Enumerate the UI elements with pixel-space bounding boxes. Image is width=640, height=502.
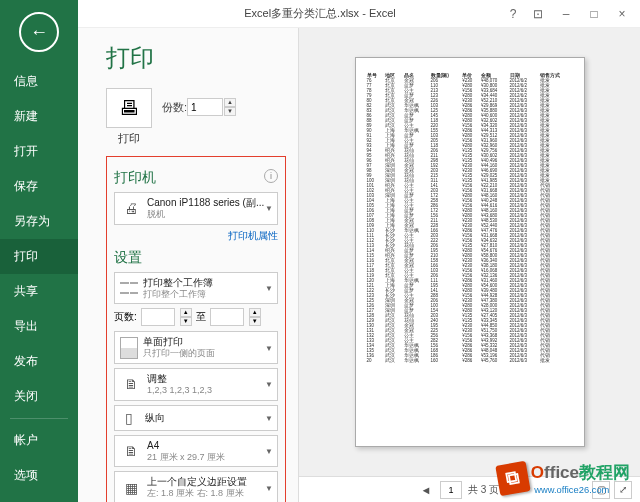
printer-select[interactable]: 🖨 Canon iP1188 series (副... 脱机 ▼ <box>114 192 278 225</box>
current-page-input[interactable] <box>440 481 462 499</box>
office-logo-icon: ⧉ <box>496 460 531 495</box>
page-from-down[interactable]: ▼ <box>180 317 192 326</box>
minimize-icon[interactable]: – <box>552 4 580 24</box>
pages-label: 页数: <box>114 310 137 324</box>
preview-page: 单号地区品名数量(辆)单价金额日期销售方式76北京金冠206¥230¥48,07… <box>355 57 585 447</box>
sidebar: ← 信息新建打开保存另存为打印共享导出发布关闭 帐户选项 <box>0 0 78 502</box>
sidebar-item-选项[interactable]: 选项 <box>0 458 78 493</box>
sidebar-item-打开[interactable]: 打开 <box>0 134 78 169</box>
workbook-icon <box>120 279 138 297</box>
sidebar-item-信息[interactable]: 信息 <box>0 64 78 99</box>
print-button[interactable]: 🖶 <box>106 88 152 128</box>
chevron-down-icon: ▼ <box>265 204 273 213</box>
duplex-select[interactable]: 单面打印只打印一侧的页面 ▼ <box>114 331 278 364</box>
sidebar-item-保存[interactable]: 保存 <box>0 169 78 204</box>
watermark: ⧉ Office教程网 www.office26.com <box>491 458 637 502</box>
page-to-input[interactable] <box>210 308 244 326</box>
printer-properties-link[interactable]: 打印机属性 <box>114 229 278 243</box>
chevron-down-icon: ▼ <box>265 284 273 293</box>
copies-input[interactable] <box>187 98 223 116</box>
page-to-up[interactable]: ▲ <box>249 308 261 317</box>
sidebar-item-另存为[interactable]: 另存为 <box>0 204 78 239</box>
printer-name: Canon iP1188 series (副... <box>147 196 272 209</box>
settings-section-header: 设置 <box>114 249 278 267</box>
margins-icon: ▦ <box>120 477 142 499</box>
page-sides-icon <box>120 337 138 359</box>
prev-page-button[interactable]: ◄ <box>418 482 434 498</box>
window-options-icon[interactable]: ⊡ <box>524 4 552 24</box>
info-icon[interactable]: i <box>264 169 278 183</box>
copies-up[interactable]: ▲ <box>224 98 236 107</box>
collate-icon: 🗎 <box>120 373 142 395</box>
printer-device-icon: 🖨 <box>120 197 142 219</box>
chevron-down-icon: ▼ <box>265 483 273 492</box>
chevron-down-icon: ▼ <box>265 343 273 352</box>
page-title: 打印 <box>106 42 286 74</box>
paper-size-select[interactable]: 🗎 A421 厘米 x 29.7 厘米 ▼ <box>114 435 278 468</box>
sidebar-item-发布[interactable]: 发布 <box>0 344 78 379</box>
printer-section-header: 打印机 <box>114 169 156 185</box>
copies-down[interactable]: ▼ <box>224 107 236 116</box>
print-button-label: 打印 <box>106 131 152 146</box>
chevron-down-icon: ▼ <box>265 447 273 456</box>
printer-status: 脱机 <box>147 209 272 221</box>
maximize-icon[interactable]: □ <box>580 4 608 24</box>
titlebar: Excel多重分类汇总.xlsx - Excel ? ⊡ – □ × <box>0 0 640 28</box>
highlight-box: 打印机i 🖨 Canon iP1188 series (副... 脱机 ▼ 打印… <box>106 156 286 502</box>
settings-pane: 打印 🖶 打印 份数: ▲ ▼ 打印机i 🖨 Canon iP1188 seri… <box>78 28 298 502</box>
sidebar-item-帐户[interactable]: 帐户 <box>0 423 78 458</box>
back-button[interactable]: ← <box>19 12 59 52</box>
orientation-select[interactable]: ▯ 纵向 ▼ <box>114 405 278 431</box>
chevron-down-icon: ▼ <box>265 413 273 422</box>
sidebar-item-新建[interactable]: 新建 <box>0 99 78 134</box>
window-title: Excel多重分类汇总.xlsx - Excel <box>244 6 396 21</box>
help-icon[interactable]: ? <box>502 4 524 24</box>
copies-label: 份数: <box>162 100 187 115</box>
sidebar-item-关闭[interactable]: 关闭 <box>0 379 78 414</box>
page-to-down[interactable]: ▼ <box>249 317 261 326</box>
chevron-down-icon: ▼ <box>265 380 273 389</box>
printer-icon: 🖶 <box>119 97 139 120</box>
margins-select[interactable]: ▦ 上一个自定义边距设置左: 1.8 厘米 右: 1.8 厘米 ▼ <box>114 471 278 502</box>
sidebar-item-共享[interactable]: 共享 <box>0 274 78 309</box>
close-icon[interactable]: × <box>608 4 636 24</box>
page-from-up[interactable]: ▲ <box>180 308 192 317</box>
sidebar-item-打印[interactable]: 打印 <box>0 239 78 274</box>
paper-icon: 🗎 <box>120 440 142 462</box>
print-scope-select[interactable]: 打印整个工作簿 打印整个工作簿 ▼ <box>114 272 278 305</box>
preview-pane: 单号地区品名数量(辆)单价金额日期销售方式76北京金冠206¥230¥48,07… <box>298 28 640 502</box>
sidebar-item-导出[interactable]: 导出 <box>0 309 78 344</box>
pages-to-label: 至 <box>196 310 206 324</box>
page-from-input[interactable] <box>141 308 175 326</box>
collate-select[interactable]: 🗎 调整1,2,3 1,2,3 1,2,3 ▼ <box>114 368 278 401</box>
portrait-icon: ▯ <box>118 407 140 429</box>
